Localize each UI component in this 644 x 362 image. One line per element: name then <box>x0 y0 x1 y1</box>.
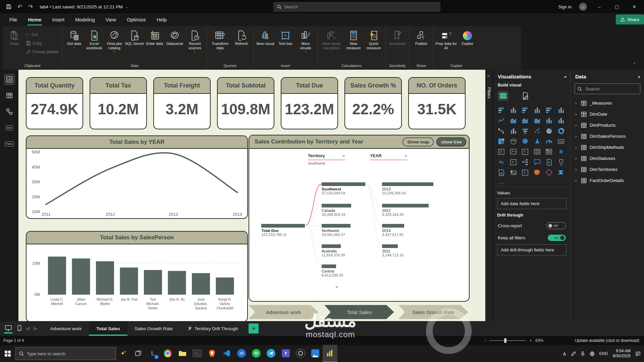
matrix-visual-icon[interactable] <box>544 147 554 157</box>
chevron-down-icon[interactable]: ⌄ <box>125 5 128 9</box>
minimize-button[interactable]: – <box>594 4 604 9</box>
nav-button-adventure-work[interactable]: Adventure work <box>249 305 318 319</box>
clock[interactable]: 9:54 AM 9/30/2025 <box>613 349 631 359</box>
metrics-visual-icon[interactable] <box>556 158 566 167</box>
r-script-visual-icon[interactable]: R <box>556 147 566 157</box>
smart-narrative-visual-icon[interactable] <box>544 158 554 167</box>
collapse-pane-icon[interactable]: » <box>638 74 640 79</box>
global-search-box[interactable]: Search <box>273 2 440 12</box>
desktop-view-icon[interactable] <box>5 325 12 333</box>
bar-chart-card[interactable]: Total Sales by SalesPerson 10M0MLinda C.… <box>26 231 248 322</box>
publish-button[interactable]: Publish <box>412 28 431 46</box>
data-table-dimdate[interactable]: ›DimDate <box>571 109 644 120</box>
avatar[interactable]: ☺ <box>579 3 587 11</box>
add-data-fields-dropzone[interactable]: Add data fields here <box>497 198 567 209</box>
build-visual-tab[interactable] <box>498 91 508 101</box>
new-visual-calculation-button[interactable]: fx New visual calculation⌄ <box>320 28 343 53</box>
collapse-pane-icon[interactable]: » <box>564 74 567 79</box>
funnel-visual-icon[interactable] <box>520 126 530 136</box>
update-available-link[interactable]: Update available (click to download) <box>575 338 639 343</box>
kpi-card-total-freight[interactable]: Total Freight3.2M <box>153 77 211 129</box>
taskbar-icon-power-bi[interactable] <box>323 345 337 362</box>
taskbar-icon-vscode[interactable] <box>219 345 234 362</box>
area-visual-icon[interactable] <box>508 116 519 125</box>
scorecard-visual-icon[interactable]: 123 <box>508 168 519 177</box>
taskbar-icon-obs[interactable] <box>293 345 308 362</box>
table-visual-icon[interactable] <box>532 147 542 157</box>
data-search-box[interactable] <box>575 83 640 94</box>
start-button[interactable] <box>0 351 15 357</box>
new-page-button[interactable]: + <box>249 323 259 334</box>
taskbar-icon-terminal[interactable]: >_ <box>190 345 205 362</box>
expand-chevron-icon[interactable]: › <box>575 123 578 128</box>
tree-node-southwest[interactable]: Southwest27,150,594.59 <box>322 182 365 195</box>
pie-visual-icon[interactable] <box>544 126 554 136</box>
line-stacked-column-visual-icon[interactable] <box>544 116 554 125</box>
stacked-area-visual-icon[interactable] <box>520 116 530 125</box>
more-visuals-button[interactable]: More visuals⌄ <box>296 28 315 53</box>
pen-icon[interactable] <box>571 351 576 356</box>
close-button[interactable]: ✕ <box>629 4 639 9</box>
notification-center-icon[interactable] <box>635 351 641 356</box>
tree-node-canada[interactable]: Canada18,398,929.19 <box>322 204 351 217</box>
get-data-button[interactable]: Get data⌄ <box>64 28 84 49</box>
taskbar-icon-cortana-sparkle[interactable]: ✦✦ <box>116 345 131 362</box>
taskbar-icon-telegram[interactable] <box>264 345 278 362</box>
more-visuals-ellipsis[interactable]: ... <box>493 179 571 187</box>
sign-in-link[interactable]: Sign in <box>558 4 572 9</box>
expand-chevron-icon[interactable]: › <box>575 112 578 117</box>
gauge-visual-icon[interactable] <box>544 137 554 146</box>
language-indicator[interactable]: ENG <box>599 351 608 356</box>
next-page-icon[interactable]: ▷ <box>34 326 37 331</box>
data-table-dimstatuses[interactable]: ›DimStatuses <box>571 153 644 164</box>
scatter-visual-icon[interactable] <box>532 126 542 136</box>
tree-node-2014[interactable]: 20144,437,517.81 <box>382 224 404 237</box>
tray-expand-icon[interactable]: ∧ <box>562 351 567 357</box>
kpi-card-sales-growth[interactable]: Sales Growth %22.2% <box>344 77 402 129</box>
line-clustered-column-visual-icon[interactable] <box>556 116 566 125</box>
text-box-button[interactable]: A Text box <box>276 28 295 46</box>
kpi-card-total-quantity[interactable]: Total Quantity274.9K <box>26 77 83 129</box>
clustered-bar-visual-icon[interactable] <box>520 106 530 115</box>
new-measure-button[interactable]: New measure <box>344 28 363 50</box>
expand-chevron-icon[interactable]: › <box>575 178 578 183</box>
copy-button[interactable]: Copy <box>25 39 60 48</box>
copilot-button[interactable]: Copilot <box>458 28 477 46</box>
kpi-visual-icon[interactable] <box>508 147 519 157</box>
page-tab-total-sales[interactable]: Total Sales <box>89 321 127 336</box>
nav-button-total-sales[interactable]: Total Sales <box>324 305 394 319</box>
table-view-icon[interactable] <box>4 90 14 101</box>
format-visual-tab[interactable] <box>520 91 531 101</box>
kpi-card-no-of-orders[interactable]: NO. Of Orders31.5K <box>408 77 466 129</box>
zoom-slider-thumb[interactable] <box>504 338 506 343</box>
card-visual-icon[interactable]: 123 <box>556 137 566 146</box>
paste-button[interactable]: Paste <box>5 28 24 46</box>
100-stacked-column-visual-icon[interactable] <box>556 106 566 115</box>
taskbar-icon-photos[interactable] <box>308 345 323 362</box>
dataverse-button[interactable]: Dataverse <box>165 28 184 46</box>
data-table-dimshipmethods[interactable]: ›DimShipMethods <box>571 142 644 153</box>
page-tab-sales-growth-rate[interactable]: Sales Growth Rate <box>127 321 180 336</box>
page-tab-territory-drill-through[interactable]: Territory Drill Through <box>180 321 246 336</box>
data-table-dimterritories[interactable]: ›DimTerritories <box>571 164 644 175</box>
tmdl-view-icon[interactable]: TMDL <box>4 139 14 149</box>
page-tab-adventure-work[interactable]: Adventure work <box>43 321 89 336</box>
data-search-input[interactable] <box>585 86 636 92</box>
mobile-view-icon[interactable] <box>17 325 21 333</box>
tree-node-2011[interactable]: 20113,144,713.10 <box>382 244 404 257</box>
network-icon[interactable] <box>590 351 595 356</box>
tree-node-australia[interactable]: Australia11,814,376.09 <box>322 244 345 257</box>
data-table-dimproducts[interactable]: ›DimProducts <box>571 120 644 131</box>
list-slicer-visual-icon[interactable] <box>508 158 519 167</box>
format-painter-button[interactable]: Format painter <box>25 48 60 56</box>
power-apps-visual-icon[interactable] <box>544 168 554 177</box>
new-visual-button[interactable]: New visual <box>256 28 275 46</box>
line-visual-icon[interactable] <box>496 116 506 125</box>
taskbar-icon-spotify[interactable] <box>249 345 264 362</box>
excel-workbook-button[interactable]: X Excel workbook <box>85 28 104 50</box>
add-drill-through-fields-dropzone[interactable]: Add drill-through fields here <box>497 244 567 255</box>
python-visual-icon[interactable]: Py <box>496 158 506 167</box>
expand-chevron-icon[interactable]: › <box>575 134 578 139</box>
cross-report-toggle[interactable]: Off <box>546 222 566 229</box>
expand-chevron-icon[interactable]: › <box>575 101 578 106</box>
